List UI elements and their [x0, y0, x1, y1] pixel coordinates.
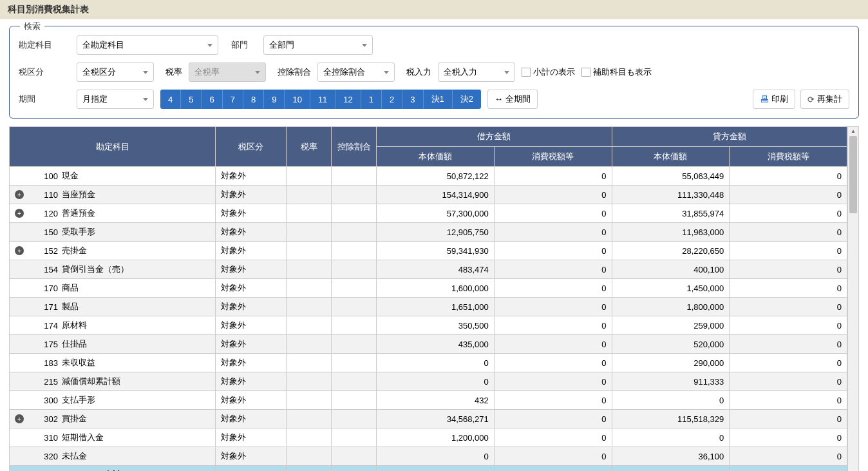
- deduction-select[interactable]: 全控除割合: [317, 62, 395, 82]
- account-name: 売掛金: [62, 245, 87, 256]
- table-row[interactable]: 150受取手形対象外12,905,750011,963,0000: [10, 223, 847, 242]
- table-row[interactable]: +302買掛金対象外34,568,2710115,518,3290: [10, 410, 847, 428]
- month-tab-3[interactable]: 3: [402, 90, 423, 109]
- total-debit-tax: 9,582,166: [494, 466, 612, 472]
- account-name: 製品: [62, 301, 79, 312]
- account-name: 支払手形: [62, 394, 95, 406]
- dept-select[interactable]: 全部門: [263, 35, 373, 55]
- account-label: 勘定科目: [19, 39, 70, 51]
- chevron-down-icon: [255, 71, 260, 74]
- account-name: 減価償却累計額: [62, 376, 120, 387]
- account-code: 170: [26, 284, 62, 293]
- account-code: 150: [26, 227, 62, 237]
- th-credit-tax: 消費税額等: [730, 147, 847, 167]
- scrollbar[interactable]: ▲ ▼: [847, 126, 859, 471]
- month-tab-11[interactable]: 11: [310, 90, 335, 109]
- month-tab-7[interactable]: 7: [223, 90, 243, 109]
- chevron-down-icon: [384, 71, 389, 74]
- month-tab-決1[interactable]: 決1: [424, 90, 453, 109]
- chevron-down-icon: [504, 71, 509, 74]
- table-row[interactable]: 171製品対象外1,651,00001,800,0000: [10, 298, 847, 316]
- account-name: 仕掛品: [62, 338, 87, 350]
- th-debit: 借方金額: [377, 127, 612, 147]
- month-tab-9[interactable]: 9: [264, 90, 285, 109]
- account-code: 215: [26, 377, 62, 387]
- th-taxclass: 税区分: [216, 127, 287, 167]
- account-code: 171: [26, 302, 62, 312]
- account-name: 原材料: [62, 320, 87, 331]
- month-tab-決2[interactable]: 決2: [453, 90, 481, 109]
- th-credit: 貸方金額: [612, 127, 847, 147]
- table-row[interactable]: 175仕掛品対象外435,0000520,0000: [10, 335, 847, 354]
- table-row[interactable]: 300支払手形対象外432000: [10, 391, 847, 410]
- account-code: 320: [26, 452, 62, 461]
- show-subacct-checkbox[interactable]: 補助科目も表示: [581, 66, 652, 78]
- account-select[interactable]: 全勘定科目: [77, 35, 218, 55]
- deduction-label: 控除割合: [278, 66, 311, 78]
- scrollbar-thumb[interactable]: [849, 136, 857, 213]
- month-tab-1[interactable]: 1: [361, 90, 382, 109]
- month-tab-8[interactable]: 8: [243, 90, 264, 109]
- expand-icon[interactable]: +: [15, 209, 24, 218]
- period-select[interactable]: 月指定: [77, 90, 154, 109]
- table-row[interactable]: +152売掛金対象外59,341,930028,220,6500: [10, 242, 847, 260]
- account-code: 302: [26, 414, 62, 424]
- month-tab-4[interactable]: 4: [160, 90, 181, 109]
- expand-icon[interactable]: +: [15, 190, 24, 199]
- total-debit-body: 517,674,338: [377, 466, 495, 472]
- print-button[interactable]: 🖶印刷: [753, 90, 795, 109]
- chevron-down-icon: [143, 98, 148, 101]
- account-name: 商品: [62, 282, 79, 294]
- th-debit-tax: 消費税額等: [494, 147, 612, 167]
- month-tab-2[interactable]: 2: [382, 90, 402, 109]
- account-name: 受取手形: [62, 226, 95, 238]
- table-row[interactable]: 310短期借入金対象外1,200,000000: [10, 428, 847, 447]
- page-title: 科目別消費税集計表: [0, 0, 868, 19]
- scroll-up-icon[interactable]: ▲: [848, 128, 858, 134]
- account-code: 175: [26, 340, 62, 349]
- month-tab-6[interactable]: 6: [202, 90, 222, 109]
- table-row[interactable]: 215減価償却累計額対象外00911,3330: [10, 372, 847, 391]
- table-row[interactable]: 174原材料対象外350,5000259,0000: [10, 316, 847, 335]
- account-name: 短期借入金: [62, 432, 104, 443]
- taxinput-select[interactable]: 全税入力: [438, 62, 515, 82]
- recalc-button[interactable]: ⟳再集計: [800, 90, 849, 109]
- table-row[interactable]: 100現金対象外50,872,122055,063,4490: [10, 167, 847, 186]
- table-row[interactable]: +120普通預金対象外57,300,000031,855,9740: [10, 204, 847, 223]
- chevron-down-icon: [143, 71, 148, 74]
- month-tab-10[interactable]: 10: [285, 90, 310, 109]
- chevron-down-icon: [207, 44, 212, 47]
- table-row[interactable]: 154貸倒引当金（売）対象外483,4740400,1000: [10, 260, 847, 279]
- month-tab-5[interactable]: 5: [181, 90, 202, 109]
- table-row[interactable]: 320未払金対象外0036,1000: [10, 447, 847, 466]
- print-icon: 🖶: [760, 94, 769, 104]
- th-deduction: 控除割合: [332, 127, 377, 167]
- account-code: 110: [26, 190, 62, 200]
- th-debit-body: 本体価額: [377, 147, 495, 167]
- all-period-button[interactable]: ↔ 全期間: [487, 90, 538, 109]
- table-row[interactable]: 183未収収益対象外00290,0000: [10, 354, 847, 372]
- th-credit-body: 本体価額: [612, 147, 730, 167]
- account-code: 310: [26, 433, 62, 443]
- account-name: 貸倒引当金（売）: [62, 264, 129, 275]
- taxclass-select[interactable]: 全税区分: [77, 62, 154, 82]
- total-credit-body: 513,931,753: [612, 466, 730, 472]
- total-label: 合計: [10, 466, 216, 472]
- account-code: 300: [26, 396, 62, 405]
- account-code: 152: [26, 246, 62, 256]
- expand-icon[interactable]: +: [15, 414, 24, 423]
- account-code: 120: [26, 209, 62, 218]
- search-legend: 検索: [20, 21, 44, 32]
- month-tab-12[interactable]: 12: [335, 90, 361, 109]
- account-name: 未収収益: [62, 357, 95, 369]
- account-code: 174: [26, 321, 62, 331]
- show-subtotal-checkbox[interactable]: 小計の表示: [522, 66, 575, 78]
- total-credit-tax: 13,324,751: [730, 466, 847, 472]
- expand-icon[interactable]: +: [15, 246, 24, 255]
- th-rate: 税率: [287, 127, 332, 167]
- table-row[interactable]: +110当座預金対象外154,314,9000111,330,4480: [10, 186, 847, 204]
- account-code: 100: [26, 171, 62, 181]
- table-row[interactable]: 170商品対象外1,600,00001,450,0000: [10, 279, 847, 298]
- month-tabs: 456789101112123決1決2: [160, 90, 481, 109]
- account-name: 未払金: [62, 450, 87, 462]
